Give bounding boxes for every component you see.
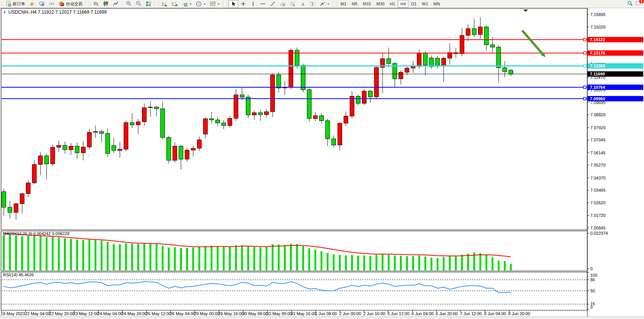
channel-tool-button[interactable]: E [278,0,288,8]
periods-button[interactable]: ▼ [194,0,208,8]
line-chart-icon [113,1,119,7]
svg-text:0: 0 [590,305,593,309]
fibonacci-tool-button[interactable]: F [288,0,298,8]
timeframe-button-h1[interactable]: H1 [387,0,398,8]
svg-text:24 May 04:00: 24 May 04:00 [97,311,123,316]
indicators-icon [182,1,188,7]
tile-windows-icon [145,1,151,7]
horizontal-line-icon [260,1,266,7]
timeframe-button-d1[interactable]: D1 [408,0,419,8]
svg-text:50: 50 [590,289,595,293]
svg-text:7.12265: 7.12265 [590,64,605,68]
toolbar-drag-handle[interactable] [157,1,159,6]
mt4-window: { "toolbar": { "new_order_label": "新订单",… [0,0,644,319]
svg-text:8 Jun 04:00: 8 Jun 04:00 [484,311,506,316]
svg-text:0: 0 [590,266,593,271]
template-icon [210,1,216,7]
arrows-tool-button[interactable]: ▼ [317,0,332,8]
svg-text:7.09960: 7.09960 [590,96,605,101]
vertical-line-tool-button[interactable] [248,0,258,8]
bar-chart-button[interactable] [91,0,101,8]
toolbar-drag-handle[interactable] [1,1,3,6]
toolbar-separator [86,1,86,7]
candlestick-chart-button[interactable] [101,0,111,8]
tile-windows-button[interactable] [143,0,153,8]
toolbar-drag-handle[interactable] [226,1,228,6]
svg-text:5 Jun 12:00: 5 Jun 12:00 [387,311,410,316]
svg-text:7.06145: 7.06145 [590,151,606,155]
svg-text:7.10764: 7.10764 [590,85,606,90]
svg-text:8 Jun 20:00: 8 Jun 20:00 [509,311,531,316]
symbol-dropdown-icon[interactable]: ▼ [3,11,6,14]
horizontal-line-tool-button[interactable] [258,0,268,8]
svg-text:1 Jun 08:00: 1 Jun 08:00 [315,311,337,316]
svg-text:24 May 20:00: 24 May 20:00 [122,311,147,316]
timeframe-button-w1[interactable]: W1 [419,0,431,8]
market-watch-button[interactable] [27,0,37,8]
clock-icon [196,1,202,7]
new-order-button[interactable]: 新订单 [3,0,27,8]
autotrading-icon [59,1,65,7]
line-chart-button[interactable] [111,0,121,8]
svg-text:23 May 12:00: 23 May 12:00 [73,311,99,316]
zoom-out-button[interactable] [134,0,143,8]
text-tool-button[interactable]: A [298,0,308,8]
trendline-tool-button[interactable] [268,0,278,8]
timeframe-button-mn[interactable]: MN [431,0,443,8]
signal-icon [49,1,55,7]
svg-text:31 May 16:00: 31 May 16:00 [291,311,316,316]
timeframe-button-m15[interactable]: M15 [360,0,373,8]
chart-canvas[interactable]: 7.158957.150207.141457.132457.123707.114… [0,0,644,319]
zoom-in-button[interactable] [124,0,134,8]
crosshair-tool-button[interactable] [238,0,248,8]
terminal-button[interactable] [37,0,47,8]
autotrading-button[interactable]: 自动交易 [57,0,84,8]
svg-text:80: 80 [590,277,595,282]
cursor-tool-button[interactable] [228,0,238,8]
chart-shift-button[interactable] [170,0,180,8]
text-icon: A [300,1,306,7]
chart-title-text: USDCNH-,H4 7.11922 7.12017 7.11669 7.116… [8,10,107,15]
indicators-button[interactable]: ▼ [180,0,194,8]
svg-text:7.13176: 7.13176 [590,51,605,55]
chart-title: ▼USDCNH-,H4 7.11922 7.12017 7.11669 7.11… [3,10,107,15]
auto-scroll-icon [162,1,168,7]
svg-text:25 May 12:00: 25 May 12:00 [146,311,171,316]
svg-text:7.15895: 7.15895 [590,12,606,17]
auto-scroll-button[interactable] [160,0,170,8]
autotrading-label: 自动交易 [66,1,83,7]
timeframe-button-h4[interactable]: H4 [398,0,408,8]
templates-button[interactable]: ▼ [208,0,222,8]
svg-text:30 May 08:00: 30 May 08:00 [242,311,268,316]
svg-text:100: 100 [590,273,597,277]
text-label-tool-button[interactable]: T [308,0,317,8]
svg-text:7.08820: 7.08820 [590,112,606,117]
timeframe-button-m1[interactable]: M1 [338,0,349,8]
svg-text:31 May 00:00: 31 May 00:00 [267,311,292,316]
svg-text:7.00845: 7.00845 [590,226,606,230]
toolbar-separator [122,1,123,7]
toolbar-drag-handle[interactable] [335,1,337,6]
svg-text:7 Jun 12:00: 7 Jun 12:00 [460,311,482,316]
svg-text:T: T [311,2,314,6]
signal-button[interactable] [47,0,57,8]
zoom-out-icon [135,1,142,7]
arrows-icon [319,1,325,7]
chevron-down-icon: ▼ [203,3,206,5]
equidistant-channel-icon: E [280,1,286,7]
new-order-icon [5,1,11,7]
timeframe-button-m30[interactable]: M30 [374,0,387,8]
toolbar-drag-handle[interactable] [88,1,90,6]
time-axis: 19 May 202322 May 04:0022 May 20:0023 Ma… [1,310,530,316]
svg-text:22 May 04:00: 22 May 04:00 [25,311,51,316]
svg-text:A: A [301,2,304,7]
notification-badge: 1 [639,0,644,4]
svg-text:7.11699: 7.11699 [590,72,605,76]
svg-text:7.07045: 7.07045 [590,138,606,142]
search-icon[interactable] [627,0,633,7]
svg-text:7.03495: 7.03495 [590,188,606,192]
rsi-label: RSI(14) 45.4626 [3,273,34,277]
chat-button[interactable]: 1 [635,0,642,7]
svg-text:2 Jun 00:00: 2 Jun 00:00 [339,311,361,316]
timeframe-button-m5[interactable]: M5 [349,0,360,8]
